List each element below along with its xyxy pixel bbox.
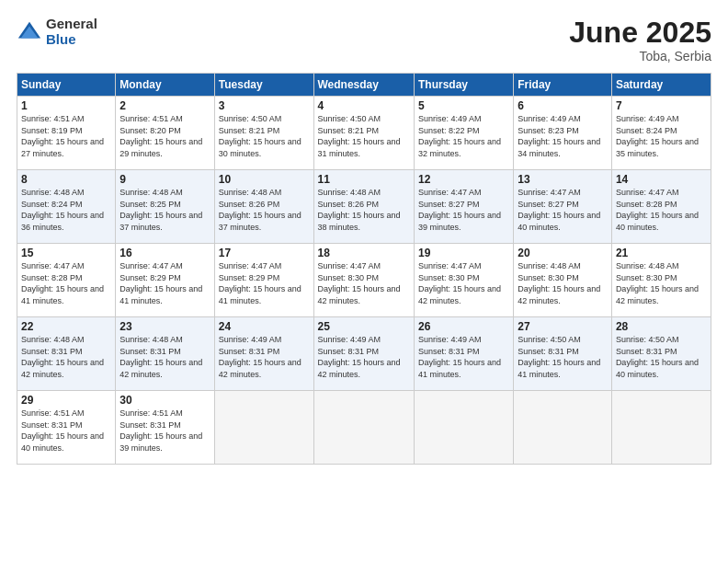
day-number: 15: [21, 247, 111, 259]
day-number: 1: [21, 99, 111, 112]
day-info: Sunrise: 4:49 AM Sunset: 8:31 PM Dayligh…: [219, 334, 310, 380]
logo-blue-text: Blue: [46, 32, 97, 48]
day-cell-12: 12Sunrise: 4:47 AM Sunset: 8:27 PM Dayli…: [414, 170, 513, 244]
day-cell-27: 27Sunrise: 4:50 AM Sunset: 8:31 PM Dayli…: [514, 317, 612, 391]
day-info: Sunrise: 4:48 AM Sunset: 8:26 PM Dayligh…: [219, 187, 310, 233]
col-header-monday: Monday: [116, 74, 214, 97]
day-info: Sunrise: 4:49 AM Sunset: 8:31 PM Dayligh…: [318, 334, 410, 380]
day-cell-7: 7Sunrise: 4:49 AM Sunset: 8:24 PM Daylig…: [611, 97, 711, 170]
day-cell-28: 28Sunrise: 4:50 AM Sunset: 8:31 PM Dayli…: [611, 317, 711, 391]
day-info: Sunrise: 4:47 AM Sunset: 8:30 PM Dayligh…: [318, 260, 410, 306]
day-info: Sunrise: 4:47 AM Sunset: 8:29 PM Dayligh…: [219, 260, 310, 306]
day-cell-10: 10Sunrise: 4:48 AM Sunset: 8:26 PM Dayli…: [214, 170, 313, 244]
day-info: Sunrise: 4:47 AM Sunset: 8:27 PM Dayligh…: [418, 187, 509, 233]
col-header-wednesday: Wednesday: [313, 74, 414, 97]
week-row-0: 1Sunrise: 4:51 AM Sunset: 8:19 PM Daylig…: [17, 97, 711, 170]
day-number: 3: [219, 99, 310, 112]
day-cell-21: 21Sunrise: 4:48 AM Sunset: 8:30 PM Dayli…: [611, 244, 711, 317]
day-info: Sunrise: 4:48 AM Sunset: 8:30 PM Dayligh…: [616, 260, 707, 306]
day-cell-14: 14Sunrise: 4:47 AM Sunset: 8:28 PM Dayli…: [611, 170, 711, 244]
day-number: 21: [616, 247, 707, 259]
day-info: Sunrise: 4:47 AM Sunset: 8:29 PM Dayligh…: [119, 260, 210, 306]
day-cell-16: 16Sunrise: 4:47 AM Sunset: 8:29 PM Dayli…: [116, 244, 214, 317]
col-header-thursday: Thursday: [414, 74, 513, 97]
day-info: Sunrise: 4:49 AM Sunset: 8:22 PM Dayligh…: [418, 113, 509, 159]
day-cell-2: 2Sunrise: 4:51 AM Sunset: 8:20 PM Daylig…: [116, 97, 214, 170]
day-number: 22: [21, 320, 111, 333]
day-info: Sunrise: 4:50 AM Sunset: 8:21 PM Dayligh…: [318, 113, 410, 159]
col-header-tuesday: Tuesday: [214, 74, 313, 97]
logo: General Blue: [17, 17, 97, 47]
day-number: 20: [518, 247, 608, 259]
day-info: Sunrise: 4:48 AM Sunset: 8:31 PM Dayligh…: [21, 334, 111, 380]
week-row-1: 8Sunrise: 4:48 AM Sunset: 8:24 PM Daylig…: [17, 170, 711, 244]
day-number: 25: [318, 320, 410, 333]
day-number: 6: [518, 99, 608, 112]
day-info: Sunrise: 4:49 AM Sunset: 8:23 PM Dayligh…: [518, 113, 608, 159]
empty-cell: [214, 391, 313, 465]
day-number: 24: [219, 320, 310, 333]
day-cell-3: 3Sunrise: 4:50 AM Sunset: 8:21 PM Daylig…: [214, 97, 313, 170]
day-info: Sunrise: 4:48 AM Sunset: 8:31 PM Dayligh…: [119, 334, 210, 380]
empty-cell: [313, 391, 414, 465]
day-cell-17: 17Sunrise: 4:47 AM Sunset: 8:29 PM Dayli…: [214, 244, 313, 317]
day-number: 8: [21, 173, 111, 186]
day-number: 12: [418, 173, 509, 186]
day-number: 5: [418, 99, 509, 112]
day-cell-20: 20Sunrise: 4:48 AM Sunset: 8:30 PM Dayli…: [514, 244, 612, 317]
day-number: 14: [616, 173, 707, 186]
day-number: 10: [219, 173, 310, 186]
day-info: Sunrise: 4:47 AM Sunset: 8:30 PM Dayligh…: [418, 260, 509, 306]
day-cell-26: 26Sunrise: 4:49 AM Sunset: 8:31 PM Dayli…: [414, 317, 513, 391]
week-row-3: 22Sunrise: 4:48 AM Sunset: 8:31 PM Dayli…: [17, 317, 711, 391]
day-number: 23: [119, 320, 210, 333]
day-info: Sunrise: 4:49 AM Sunset: 8:24 PM Dayligh…: [616, 113, 707, 159]
col-header-sunday: Sunday: [17, 74, 116, 97]
day-number: 17: [219, 247, 310, 259]
week-row-4: 29Sunrise: 4:51 AM Sunset: 8:31 PM Dayli…: [17, 391, 711, 465]
day-number: 13: [518, 173, 608, 186]
day-cell-6: 6Sunrise: 4:49 AM Sunset: 8:23 PM Daylig…: [514, 97, 612, 170]
logo-text: General Blue: [46, 17, 97, 47]
day-number: 4: [318, 99, 410, 112]
header-row: SundayMondayTuesdayWednesdayThursdayFrid…: [17, 74, 711, 97]
day-info: Sunrise: 4:51 AM Sunset: 8:31 PM Dayligh…: [21, 408, 111, 454]
day-number: 27: [518, 320, 608, 333]
empty-cell: [611, 391, 711, 465]
day-cell-25: 25Sunrise: 4:49 AM Sunset: 8:31 PM Dayli…: [313, 317, 414, 391]
day-info: Sunrise: 4:51 AM Sunset: 8:20 PM Dayligh…: [119, 113, 210, 159]
day-number: 7: [616, 99, 707, 112]
day-cell-9: 9Sunrise: 4:48 AM Sunset: 8:25 PM Daylig…: [116, 170, 214, 244]
empty-cell: [514, 391, 612, 465]
month-title: June 2025: [569, 17, 711, 49]
day-cell-18: 18Sunrise: 4:47 AM Sunset: 8:30 PM Dayli…: [313, 244, 414, 317]
day-cell-13: 13Sunrise: 4:47 AM Sunset: 8:27 PM Dayli…: [514, 170, 612, 244]
day-number: 2: [119, 99, 210, 112]
day-cell-23: 23Sunrise: 4:48 AM Sunset: 8:31 PM Dayli…: [116, 317, 214, 391]
day-number: 9: [119, 173, 210, 186]
day-cell-24: 24Sunrise: 4:49 AM Sunset: 8:31 PM Dayli…: [214, 317, 313, 391]
empty-cell: [414, 391, 513, 465]
day-number: 29: [21, 394, 111, 407]
day-cell-1: 1Sunrise: 4:51 AM Sunset: 8:19 PM Daylig…: [17, 97, 116, 170]
day-info: Sunrise: 4:50 AM Sunset: 8:21 PM Dayligh…: [219, 113, 310, 159]
week-row-2: 15Sunrise: 4:47 AM Sunset: 8:28 PM Dayli…: [17, 244, 711, 317]
day-info: Sunrise: 4:50 AM Sunset: 8:31 PM Dayligh…: [616, 334, 707, 380]
day-cell-30: 30Sunrise: 4:51 AM Sunset: 8:31 PM Dayli…: [116, 391, 214, 465]
col-header-friday: Friday: [514, 74, 612, 97]
title-block: June 2025 Toba, Serbia: [569, 17, 711, 63]
day-number: 11: [318, 173, 410, 186]
day-cell-19: 19Sunrise: 4:47 AM Sunset: 8:30 PM Dayli…: [414, 244, 513, 317]
day-info: Sunrise: 4:48 AM Sunset: 8:25 PM Dayligh…: [119, 187, 210, 233]
day-cell-8: 8Sunrise: 4:48 AM Sunset: 8:24 PM Daylig…: [17, 170, 116, 244]
location: Toba, Serbia: [569, 49, 711, 63]
day-info: Sunrise: 4:51 AM Sunset: 8:31 PM Dayligh…: [119, 408, 210, 454]
day-cell-22: 22Sunrise: 4:48 AM Sunset: 8:31 PM Dayli…: [17, 317, 116, 391]
day-cell-5: 5Sunrise: 4:49 AM Sunset: 8:22 PM Daylig…: [414, 97, 513, 170]
col-header-saturday: Saturday: [611, 74, 711, 97]
day-number: 19: [418, 247, 509, 259]
day-info: Sunrise: 4:48 AM Sunset: 8:30 PM Dayligh…: [518, 260, 608, 306]
day-number: 16: [119, 247, 210, 259]
day-number: 28: [616, 320, 707, 333]
header: General Blue June 2025 Toba, Serbia: [17, 17, 711, 63]
